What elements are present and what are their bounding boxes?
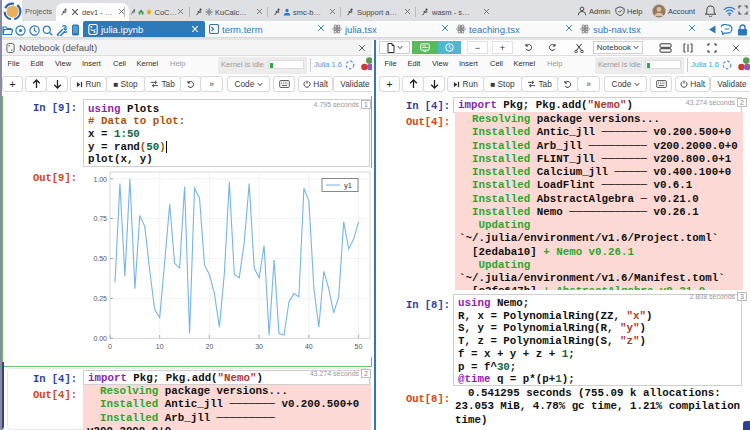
svg-text:0.50: 0.50 — [93, 255, 107, 262]
svg-text:20: 20 — [206, 343, 214, 350]
svg-text:0.75: 0.75 — [93, 215, 107, 222]
svg-text:30: 30 — [255, 343, 263, 350]
svg-text:y1: y1 — [344, 181, 352, 190]
svg-text:50: 50 — [355, 343, 363, 350]
svg-text:0.25: 0.25 — [93, 295, 107, 302]
svg-text:10: 10 — [156, 343, 164, 350]
svg-text:0.00: 0.00 — [93, 335, 107, 342]
svg-text:40: 40 — [305, 343, 313, 350]
svg-text:1.00: 1.00 — [93, 176, 107, 183]
svg-text:0: 0 — [108, 343, 112, 350]
